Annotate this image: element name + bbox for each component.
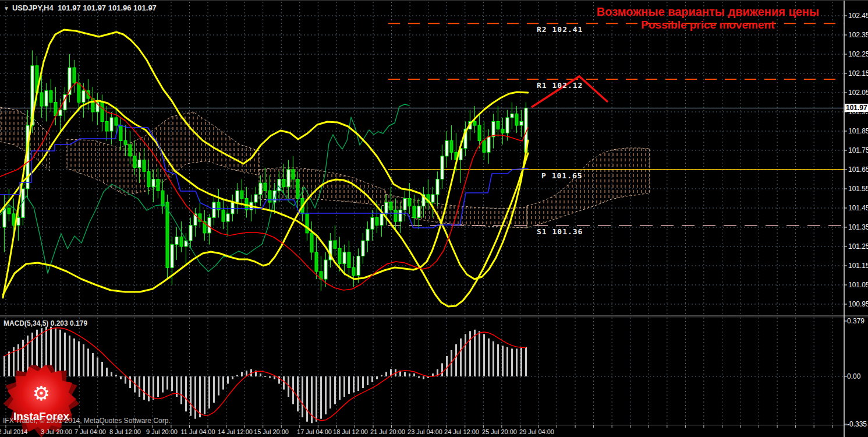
date-axis-label: 24 Jul 12:00 bbox=[444, 428, 479, 435]
chart-title: ▼USDJPY,H4 101.97 101.97 101.96 101.97 bbox=[3, 3, 157, 12]
date-axis-label: 11 Jul 04:00 bbox=[180, 428, 215, 435]
price-axis-label: 101.15 bbox=[848, 262, 868, 270]
price-axis-label: 102.25 bbox=[848, 50, 868, 58]
chevron-down-icon[interactable]: ▼ bbox=[3, 5, 9, 12]
annotation-en: Possible price movement bbox=[597, 19, 819, 31]
price-axis-label: 101.05 bbox=[848, 281, 868, 289]
date-axis-label: 9 Jul 20:00 bbox=[146, 428, 178, 435]
date-axis-label: 7 Jul 04:00 bbox=[75, 428, 106, 435]
copyright-text: IFX Trader, © 2001-2014, MetaQuotes Soft… bbox=[3, 417, 171, 425]
macd-axis-label: 0.379 bbox=[847, 317, 865, 325]
annotation-ru: Возможные варианты движения цены bbox=[597, 5, 819, 19]
date-axis-label: 17 Jul 04:00 bbox=[297, 428, 332, 435]
annotation-text: Возможные варианты движения цены Possibl… bbox=[597, 5, 819, 31]
date-axis-label: 8 Jul 12:00 bbox=[109, 428, 141, 435]
current-price-tag: 101.97 bbox=[845, 104, 868, 112]
price-axis-label: 101.35 bbox=[848, 223, 868, 231]
pivot-label-r1: R1 102.12 bbox=[537, 81, 583, 90]
price-axis-label: 101.85 bbox=[848, 127, 868, 135]
price-axis-label: 101.45 bbox=[848, 204, 868, 212]
price-axis-label: 102.35 bbox=[848, 31, 868, 39]
date-axis-label: 2 Jul 2014 bbox=[0, 428, 27, 435]
chart-canvas[interactable] bbox=[0, 1, 868, 437]
symbol-timeframe: USDJPY,H4 bbox=[12, 3, 54, 12]
instaforex-watermark: ⚙ InstaForex bbox=[2, 365, 83, 437]
price-axis-label: 102.15 bbox=[848, 69, 868, 77]
date-axis-label: 21 Jul 20:00 bbox=[370, 428, 405, 435]
date-axis-label: 15 Jul 20:00 bbox=[254, 428, 289, 435]
pivot-label-s1: S1 101.36 bbox=[537, 227, 583, 236]
macd-indicator-label: MACD(5,34,5) 0.203 0.179 bbox=[3, 319, 87, 327]
price-axis-label: 101.65 bbox=[848, 165, 868, 174]
price-axis-label: 101.55 bbox=[848, 185, 868, 193]
date-axis-label: 23 Jul 04:00 bbox=[408, 428, 442, 435]
macd-axis-label: -0.335 bbox=[847, 420, 867, 428]
mt4-chart-window: ▼USDJPY,H4 101.97 101.97 101.96 101.97 В… bbox=[0, 0, 868, 437]
pivot-label-p: P 101.65 bbox=[541, 171, 583, 180]
price-axis-label: 101.25 bbox=[848, 242, 868, 251]
price-axis-label: 102.05 bbox=[848, 89, 868, 97]
ohlc-quote: 101.97 101.97 101.96 101.97 bbox=[58, 3, 157, 12]
pivot-label-r2: R2 102.41 bbox=[537, 25, 583, 34]
date-axis-label: 14 Jul 12:00 bbox=[218, 428, 253, 435]
price-axis-label: 100.95 bbox=[848, 300, 868, 308]
date-axis-label: 29 Jul 04:00 bbox=[519, 428, 554, 435]
date-axis-label: 18 Jul 12:00 bbox=[333, 428, 368, 435]
macd-axis-label: 0.00 bbox=[847, 372, 860, 380]
gear-icon: ⚙ bbox=[33, 382, 50, 404]
price-axis-label: 102.45 bbox=[848, 12, 868, 20]
date-axis-label: 3 Jul 20:00 bbox=[41, 428, 72, 435]
date-axis-label: 25 Jul 20:00 bbox=[482, 428, 517, 435]
price-axis-label: 101.75 bbox=[848, 146, 868, 154]
